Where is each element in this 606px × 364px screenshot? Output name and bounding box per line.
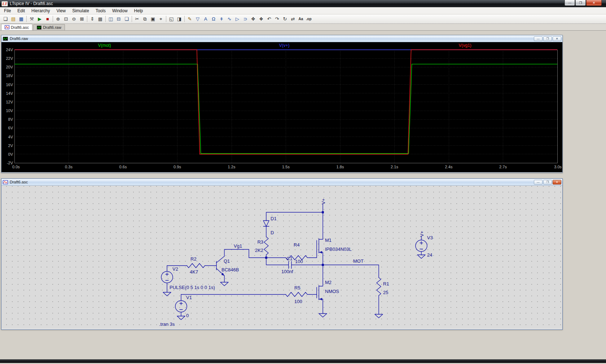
copy-icon[interactable]: ⧉ (141, 15, 149, 23)
trace-legend-V(mot)[interactable]: V(mot) (98, 43, 111, 48)
menu-hierarchy[interactable]: Hierarchy (28, 8, 53, 14)
cut-icon[interactable]: ✂ (133, 15, 141, 23)
component-r1-resistor[interactable]: R1 25 (375, 278, 389, 318)
save-file-icon[interactable]: ▦ (17, 15, 25, 23)
ltspice-logo-icon: LT (1, 1, 8, 6)
drag-icon[interactable]: ❖ (257, 15, 265, 23)
menu-tools[interactable]: Tools (92, 8, 109, 14)
schematic-file-icon (3, 180, 8, 184)
grid-icon[interactable]: ▩ (96, 15, 104, 23)
y-axis-tick-label: 10V (6, 108, 13, 113)
capacitor-icon[interactable]: ǂ (218, 15, 225, 23)
component-r3-resistor[interactable]: R3 2K2 (255, 237, 268, 258)
svg-text:D1: D1 (271, 216, 277, 221)
toolbar-separator (184, 16, 185, 22)
net-flag-vplus-rail[interactable]: V+ (321, 199, 326, 212)
net-wire-mot[interactable]: MOT (323, 258, 379, 278)
schematic-file-icon (5, 25, 9, 29)
component-q1-transistor[interactable]: Q1 BC846B (216, 256, 239, 286)
main-titlebar: LT LTspice IV - Draft6.asc — ❐ ✕ (0, 0, 606, 7)
schematic-window: Draft6.asc — ❐ ✕ V+ (1, 178, 563, 330)
label-net-icon[interactable]: A (202, 15, 210, 23)
component-icon[interactable]: ⊃ (241, 15, 249, 23)
menu-help[interactable]: Help (131, 8, 146, 14)
svg-text:100: 100 (294, 299, 302, 304)
waveform-plot[interactable]: 24V22V20V18V16V14V12V10V8V6V4V2V0V-2V0.0… (1, 42, 562, 172)
tab-draft6-raw[interactable]: Draft6.raw (33, 24, 65, 30)
zoom-out-icon[interactable]: ⊖ (70, 15, 78, 23)
component-m1-mosfet[interactable]: M1 IPB034N03L (317, 212, 352, 265)
menubar: FileEditHierarchyViewSimulateToolsWindow… (0, 7, 606, 14)
diode-icon[interactable]: ▷ (233, 15, 241, 23)
halt-icon[interactable]: ■ (44, 15, 52, 23)
y-axis-tick-label: 2V (8, 143, 13, 148)
schematic-window-titlebar[interactable]: Draft6.asc — ❐ ✕ (1, 179, 562, 186)
resistor-icon[interactable]: Ω (210, 15, 218, 23)
menu-view[interactable]: View (53, 8, 69, 14)
x-axis-tick-label: 1.5s (282, 165, 290, 169)
wave-restore-button[interactable]: ❐ (543, 36, 552, 41)
window-minimize-button[interactable]: — (565, 0, 575, 6)
svg-text:4K7: 4K7 (190, 269, 198, 275)
component-d1-diode[interactable]: D1 D (263, 216, 277, 237)
rotate-icon[interactable]: ↻ (281, 15, 289, 23)
window-maximize-button[interactable]: ❐ (575, 0, 586, 6)
run-icon[interactable]: ▶ (36, 15, 44, 23)
spice-directive-icon[interactable]: .op (305, 15, 313, 23)
schematic-minimize-button[interactable]: — (534, 180, 543, 185)
y-axis-tick-label: 18V (6, 74, 13, 78)
component-r2-resistor[interactable]: R2 4K7 (187, 256, 216, 275)
tab-draft6-asc[interactable]: Draft6.asc (1, 24, 32, 30)
print-preview-icon[interactable]: ◱ (167, 15, 175, 23)
zoom-in-icon[interactable]: ⊕ (54, 15, 62, 23)
waveform-window-titlebar[interactable]: Draft6.raw — ❐ ✕ (1, 35, 562, 42)
mirror-icon[interactable]: ⇄ (289, 15, 297, 23)
tile-vertical-icon[interactable]: ◫ (107, 15, 115, 23)
schematic-close-button[interactable]: ✕ (553, 180, 561, 185)
menu-edit[interactable]: Edit (14, 8, 28, 14)
component-c1-capacitor[interactable]: C1 100nf (266, 256, 323, 274)
trace-legend-V(vg1)[interactable]: V(vg1) (458, 43, 471, 48)
ground-icon[interactable]: ▽ (194, 15, 202, 23)
new-schematic-icon[interactable]: ❏ (1, 15, 9, 23)
undo-icon[interactable]: ↶ (265, 15, 273, 23)
y-axis-tick-label: 16V (6, 83, 13, 87)
component-v1-source[interactable]: V1 0 (175, 294, 192, 320)
tile-horizontal-icon[interactable]: ⊟ (115, 15, 123, 23)
svg-text:24: 24 (427, 252, 432, 258)
window-close-button[interactable]: ✕ (586, 0, 602, 6)
y-axis-tick-label: 0V (8, 152, 13, 156)
paste-icon[interactable]: ▣ (149, 15, 157, 23)
move-icon[interactable]: ✥ (249, 15, 257, 23)
schematic-restore-button[interactable]: ❐ (543, 180, 552, 185)
wave-close-button[interactable]: ✕ (553, 36, 561, 41)
wire-icon[interactable]: ✎ (186, 15, 194, 23)
zoom-fit-icon[interactable]: ⊠ (78, 15, 86, 23)
zoom-area-icon[interactable]: ⊡ (62, 15, 70, 23)
autorange-icon[interactable]: ⇕ (88, 15, 96, 23)
menu-window[interactable]: Window (109, 8, 131, 14)
control-panel-icon[interactable]: ⚒ (28, 15, 36, 23)
redo-icon[interactable]: ↷ (273, 15, 281, 23)
schematic-canvas[interactable]: V+ D1 D R3 (1, 186, 562, 329)
y-axis-tick-label: 22V (6, 56, 13, 61)
svg-text:Vg1: Vg1 (234, 243, 242, 249)
wave-minimize-button[interactable]: — (534, 36, 543, 41)
component-v3-source[interactable]: V+ V3 24 (416, 231, 433, 258)
svg-text:Q1: Q1 (224, 258, 230, 264)
component-m2-mosfet[interactable]: M2 NMOS (317, 265, 339, 317)
menu-file[interactable]: File (1, 8, 14, 14)
text-tool-icon[interactable]: Aa (297, 15, 305, 23)
cascade-icon[interactable]: ❏ (123, 15, 131, 23)
svg-text:IPB034N03L: IPB034N03L (325, 247, 352, 252)
open-file-icon[interactable]: ▤ (9, 15, 17, 23)
print-icon[interactable]: ◨ (175, 15, 183, 23)
inductor-icon[interactable]: ∿ (225, 15, 233, 23)
component-v2-source[interactable]: V2 PULSE(0 5 1s 0 0 1s) (161, 266, 215, 296)
find-icon[interactable]: ⌖ (157, 15, 165, 23)
spice-directive[interactable]: .tran 3s (159, 321, 175, 327)
trace-legend-V(v+)[interactable]: V(v+) (279, 43, 289, 48)
y-axis-tick-label: 12V (6, 100, 13, 104)
menu-simulate[interactable]: Simulate (69, 8, 92, 14)
tab-label: Draft6.raw (43, 25, 61, 30)
